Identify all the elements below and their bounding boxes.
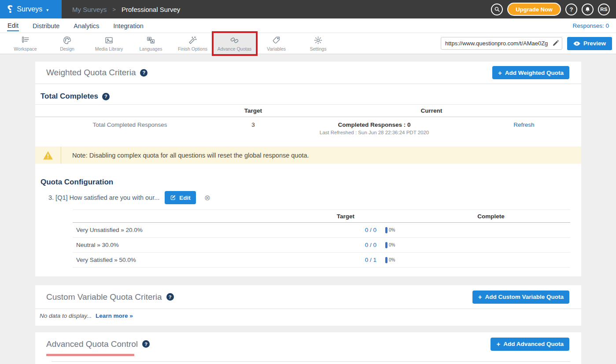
help-icon[interactable]: ? bbox=[142, 340, 150, 348]
progress-percent: 0% bbox=[389, 243, 395, 247]
chain-links-icon bbox=[230, 36, 239, 45]
responses-count: Responses: 0 bbox=[572, 22, 609, 29]
bell-icon bbox=[584, 6, 591, 13]
palette-icon bbox=[63, 36, 72, 45]
tab-distribute[interactable]: Distribute bbox=[32, 20, 60, 31]
plus-icon: + bbox=[478, 294, 482, 300]
weighted-quota-title: Weighted Quota Criteria ? bbox=[46, 68, 148, 77]
warning-icon bbox=[35, 151, 61, 160]
topbar-actions: Upgrade Now ? RS bbox=[491, 0, 616, 18]
help-icon[interactable]: ? bbox=[102, 93, 110, 100]
quota-configuration-title: Quota Configuration bbox=[35, 178, 581, 187]
breadcrumb-separator: > bbox=[112, 6, 116, 13]
progress-percent: 0% bbox=[389, 228, 395, 232]
quota-target: 0 / 1 bbox=[315, 257, 376, 263]
toolbar-item-advance-quotas[interactable]: Advance Quotas bbox=[214, 33, 255, 54]
workspace-icon bbox=[21, 36, 30, 45]
add-advanced-quota-button[interactable]: + Add Advanced Quota bbox=[491, 338, 569, 351]
toolbar-item-languages[interactable]: Languages bbox=[130, 33, 172, 54]
help-icon[interactable]: ? bbox=[166, 293, 174, 301]
app-switcher-label: Surveys bbox=[17, 5, 42, 13]
add-weighted-quota-button[interactable]: + Add Weighted Quota bbox=[492, 66, 569, 79]
quota-progress: 0% bbox=[376, 257, 412, 263]
edit-toolbar: Workspace Design Media Library Languages bbox=[0, 33, 616, 54]
quota-progress: 0% bbox=[376, 242, 412, 248]
edit-url-pencil-icon[interactable] bbox=[552, 40, 559, 47]
upgrade-button[interactable]: Upgrade Now bbox=[507, 3, 561, 16]
quota-target: 0 / 0 bbox=[315, 227, 376, 233]
survey-url-group bbox=[441, 37, 562, 50]
column-target: Target bbox=[315, 213, 376, 220]
notifications-button[interactable] bbox=[582, 4, 594, 15]
progress-percent: 0% bbox=[389, 257, 395, 262]
add-custom-variable-quota-button[interactable]: + Add Custom Variable Quota bbox=[472, 290, 569, 304]
last-refreshed: Last Refreshed : Sun Jun 28 22:36:24 PDT… bbox=[282, 130, 467, 135]
tag-icon bbox=[272, 36, 281, 45]
app-switcher[interactable]: ? Surveys ▾ bbox=[0, 0, 62, 18]
divider bbox=[52, 361, 570, 362]
learn-more-link[interactable]: Learn more » bbox=[96, 313, 133, 319]
help-button[interactable]: ? bbox=[565, 4, 577, 15]
avatar[interactable]: RS bbox=[598, 4, 610, 15]
toolbar-item-media-library[interactable]: Media Library bbox=[88, 33, 130, 54]
gear-icon bbox=[314, 36, 323, 45]
row-label: Total Completed Responses bbox=[35, 121, 225, 128]
divider bbox=[35, 84, 581, 84]
advanced-quota-title: Advanced Quota Control ? bbox=[46, 339, 150, 349]
quota-question-row: 3. [Q1] How satisfied are you with our..… bbox=[35, 191, 581, 204]
image-icon bbox=[104, 36, 114, 45]
quota-progress: 0% bbox=[376, 227, 412, 233]
breadcrumb-my-surveys[interactable]: My Surveys bbox=[72, 6, 107, 13]
translate-icon bbox=[146, 36, 155, 45]
toolbar-item-design[interactable]: Design bbox=[46, 33, 88, 54]
quota-label: Very Satisfied » 50.0% bbox=[73, 257, 315, 263]
remove-quota-icon[interactable]: ⊗ bbox=[204, 194, 210, 202]
toolbar-item-variables[interactable]: Variables bbox=[255, 33, 297, 54]
quota-target: 0 / 0 bbox=[315, 242, 376, 248]
toolbar-right: Preview bbox=[441, 33, 616, 54]
custom-variable-quota-title: Custom Variable Quota Criteria ? bbox=[46, 292, 174, 302]
survey-url-input[interactable] bbox=[441, 37, 562, 50]
tab-analytics[interactable]: Analytics bbox=[73, 20, 100, 31]
refresh-link[interactable]: Refresh bbox=[513, 121, 534, 128]
edit-icon bbox=[170, 195, 176, 201]
no-data-text: No data to display... bbox=[40, 313, 92, 319]
eye-icon bbox=[573, 41, 580, 46]
toolbar-item-workspace[interactable]: Workspace bbox=[4, 33, 46, 54]
plus-icon: + bbox=[496, 341, 500, 347]
total-completes-title: Total Completes ? bbox=[35, 92, 581, 101]
breadcrumb-current-survey: Professional Survey bbox=[122, 6, 180, 13]
progress-bar bbox=[385, 242, 387, 248]
question-label: 3. [Q1] How satisfied are you with our..… bbox=[48, 194, 159, 201]
edit-quota-button[interactable]: Edit bbox=[165, 191, 196, 204]
toolbar-item-finish-options[interactable]: Finish Options bbox=[172, 33, 214, 54]
quota-label: Very Unsatisfied » 20.0% bbox=[73, 227, 315, 233]
quota-row: Very Satisfied » 50.0% 0 / 1 0% bbox=[73, 253, 570, 268]
total-completes-table: Target Current Total Completed Responses… bbox=[35, 104, 581, 141]
quota-table: Target Complete Very Unsatisfied » 20.0%… bbox=[73, 210, 570, 268]
tab-integration[interactable]: Integration bbox=[113, 20, 144, 31]
table-row: Total Completed Responses 3 Completed Re… bbox=[35, 117, 581, 141]
column-current: Current bbox=[282, 107, 581, 114]
quotas-page: Weighted Quota Criteria ? + Add Weighted… bbox=[0, 54, 616, 364]
breadcrumb: My Surveys > Professional Survey bbox=[72, 0, 180, 18]
progress-bar bbox=[385, 257, 387, 263]
note-text: Note: Disabling complex quota for all qu… bbox=[61, 152, 309, 159]
table-header: Target Current bbox=[35, 105, 581, 117]
current-value: Completed Responses : 0 Last Refreshed :… bbox=[282, 121, 467, 135]
app-window: ? Surveys ▾ My Surveys > Professional Su… bbox=[0, 0, 616, 364]
preview-button[interactable]: Preview bbox=[567, 37, 612, 50]
search-icon bbox=[494, 6, 500, 12]
target-value: 3 bbox=[225, 121, 282, 128]
note-banner: Note: Disabling complex quota for all qu… bbox=[35, 147, 581, 164]
quota-row: Neutral » 30.0% 0 / 0 0% bbox=[73, 238, 570, 253]
toolbar-item-settings[interactable]: Settings bbox=[297, 33, 339, 54]
progress-bar bbox=[385, 227, 387, 233]
help-icon[interactable]: ? bbox=[140, 69, 148, 77]
chevron-down-icon: ▾ bbox=[46, 7, 48, 12]
annotation-red-underline bbox=[46, 354, 134, 356]
custom-variable-quota-card: Custom Variable Quota Criteria ? + Add C… bbox=[35, 285, 581, 326]
empty-state: No data to display... Learn more » bbox=[35, 309, 581, 319]
tab-edit[interactable]: Edit bbox=[7, 20, 19, 31]
search-button[interactable] bbox=[491, 4, 503, 15]
